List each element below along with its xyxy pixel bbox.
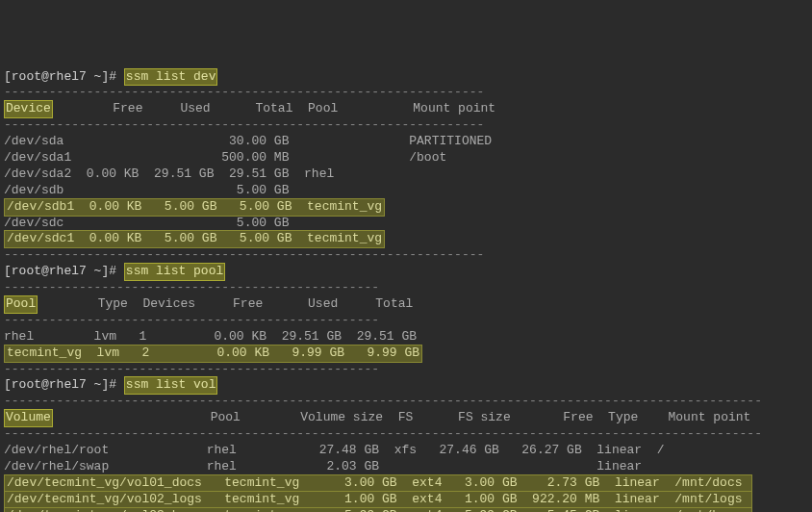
- dev-row: /dev/sdb 5.00 GB: [4, 183, 289, 197]
- divider: ----------------------------------------…: [4, 117, 484, 132]
- heading-device: Device: [4, 100, 53, 118]
- prompt: [root@rhel7 ~]#: [4, 377, 116, 392]
- divider: ----------------------------------------…: [4, 280, 379, 294]
- command-ssm-list-pool: ssm list pool: [124, 263, 225, 281]
- heading-volume: Volume: [4, 409, 53, 427]
- prompt: [root@rhel7 ~]#: [4, 69, 116, 84]
- dev-row: /dev/sda1 500.00 MB /boot: [4, 150, 446, 165]
- command-ssm-list-vol: ssm list vol: [124, 376, 218, 395]
- dev-row: /dev/sda2 0.00 KB 29.51 GB 29.51 GB rhel: [4, 166, 334, 181]
- divider: ----------------------------------------…: [4, 247, 484, 262]
- dev-row: /dev/sdc 5.00 GB: [4, 216, 289, 230]
- divider: ----------------------------------------…: [4, 85, 484, 99]
- divider: ----------------------------------------…: [4, 362, 379, 376]
- heading-pool: Pool: [4, 295, 38, 314]
- vol-row-highlight: /dev/tecmint_vg/vol03_homes tecmint_vg 5…: [4, 507, 752, 512]
- dev-row-highlight: /dev/sdb1 0.00 KB 5.00 GB 5.00 GB tecmin…: [4, 198, 385, 217]
- dev-row: /dev/sda 30.00 GB PARTITIONED: [4, 134, 492, 148]
- vol-header-rest: Pool Volume size FS FS size Free Type Mo…: [53, 410, 751, 424]
- dev-header-rest: Free Used Total Pool Mount point: [53, 101, 495, 115]
- prompt: [root@rhel7 ~]#: [4, 264, 116, 278]
- divider: ----------------------------------------…: [4, 313, 379, 327]
- pool-row-highlight: tecmint_vg lvm 2 0.00 KB 9.99 GB 9.99 GB: [4, 345, 422, 363]
- divider: ----------------------------------------…: [4, 426, 762, 441]
- command-ssm-list-dev: ssm list dev: [124, 68, 218, 87]
- pool-header-rest: Type Devices Free Used Total: [38, 296, 413, 311]
- divider: ----------------------------------------…: [4, 394, 762, 408]
- pool-row: rhel lvm 1 0.00 KB 29.51 GB 29.51 GB: [4, 329, 417, 344]
- vol-row: /dev/rhel/root rhel 27.48 GB xfs 27.46 G…: [4, 443, 665, 457]
- vol-row: /dev/rhel/swap rhel 2.03 GB linear: [4, 459, 642, 474]
- terminal-output: [root@rhel7 ~]# ssm list dev -----------…: [4, 69, 808, 512]
- dev-row-highlight: /dev/sdc1 0.00 KB 5.00 GB 5.00 GB tecmin…: [4, 230, 385, 248]
